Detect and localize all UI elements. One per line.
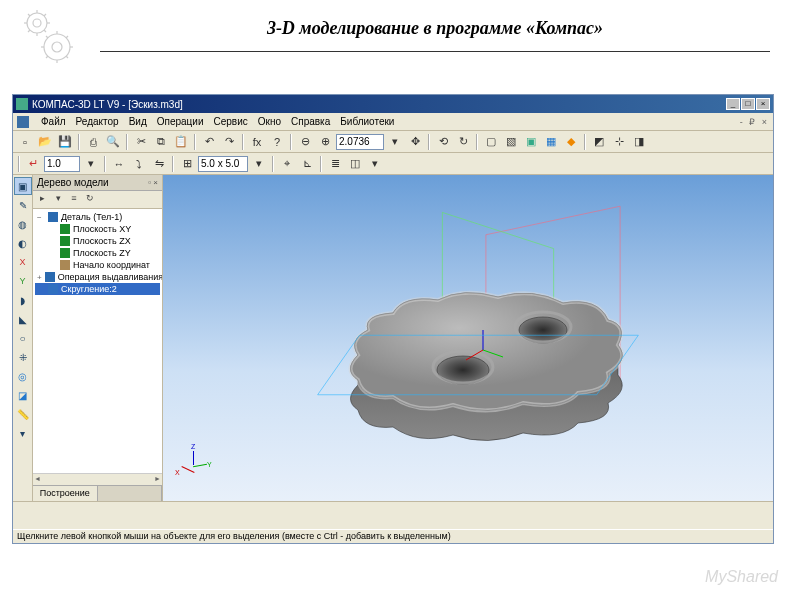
tree-item[interactable]: Скругление:2 [35, 283, 160, 295]
grid-icon[interactable]: ⊞ [178, 155, 196, 173]
axis-triad: Z X Y [181, 451, 213, 483]
section-icon[interactable]: ◩ [590, 133, 608, 151]
tree-item[interactable]: Плоскость ZX [35, 235, 160, 247]
tree-refresh-icon[interactable]: ↻ [83, 193, 97, 207]
render-icon[interactable]: ◆ [562, 133, 580, 151]
tool-shell-icon[interactable]: ◎ [14, 367, 32, 385]
menu-help[interactable]: Справка [291, 116, 330, 127]
tree-body[interactable]: −Деталь (Тел-1)Плоскость XYПлоскость ZXП… [33, 209, 162, 473]
window-title: КОМПАС-3D LT V9 - [Эскиз.m3d] [32, 99, 183, 110]
grid-input[interactable] [198, 156, 248, 172]
tree-item[interactable]: Начало координат [35, 259, 160, 271]
shaded-icon[interactable]: ▣ [522, 133, 540, 151]
open-icon[interactable]: 📂 [36, 133, 54, 151]
mirror-icon[interactable]: ⇋ [150, 155, 168, 173]
print-icon[interactable]: ⎙ [84, 133, 102, 151]
subwindow-controls[interactable]: - ₽ × [740, 117, 769, 127]
window-controls: _ □ × [726, 98, 770, 110]
wireframe-icon[interactable]: ▢ [482, 133, 500, 151]
tree-item[interactable]: −Деталь (Тел-1) [35, 211, 160, 223]
app-window: КОМПАС-3D LT V9 - [Эскиз.m3d] _ □ × Файл… [12, 94, 774, 544]
zoom-in-icon[interactable]: ⊕ [316, 133, 334, 151]
tree-footer: Построение [33, 485, 162, 501]
menu-operations[interactable]: Операции [157, 116, 204, 127]
pan-icon[interactable]: ✥ [406, 133, 424, 151]
cut-icon[interactable]: ✂ [132, 133, 150, 151]
snap-icon[interactable]: ⌖ [278, 155, 296, 173]
help-icon[interactable]: ? [268, 133, 286, 151]
statusbar: Щелкните левой кнопкой мыши на объекте д… [13, 529, 773, 543]
tree-item[interactable]: +Операция выдавливания:1 [35, 271, 160, 283]
move-icon[interactable]: ↔ [110, 155, 128, 173]
tree-expand-icon[interactable]: ▸ [35, 193, 49, 207]
undo-icon[interactable]: ↶ [200, 133, 218, 151]
left-toolbar: ▣ ✎ ◍ ◐ X Y ◗ ◣ ○ ⁜ ◎ ◪ 📏 ▾ [13, 175, 33, 501]
tool-cut-icon[interactable]: ◐ [14, 234, 32, 252]
zoom-dropdown-icon[interactable]: ▾ [386, 133, 404, 151]
tree-collapse-icon[interactable]: ▾ [51, 193, 65, 207]
tool-axis-y-icon[interactable]: Y [14, 272, 32, 290]
maximize-button[interactable]: □ [741, 98, 755, 110]
grid-dropdown-icon[interactable]: ▾ [250, 155, 268, 173]
props-icon[interactable]: ◫ [346, 155, 364, 173]
zoom-input[interactable] [336, 134, 384, 150]
bottom-panel [13, 501, 773, 529]
more-icon[interactable]: ▾ [366, 155, 384, 173]
config-icon[interactable]: ◨ [630, 133, 648, 151]
tree-item[interactable]: Плоскость ZY [35, 247, 160, 259]
tree-filter-icon[interactable]: ≡ [67, 193, 81, 207]
refresh-icon[interactable]: ↻ [454, 133, 472, 151]
menu-file[interactable]: Файл [41, 116, 66, 127]
tree-hscroll[interactable] [33, 473, 162, 485]
tree-item[interactable]: Плоскость XY [35, 223, 160, 235]
svg-line-18 [46, 56, 48, 58]
tool-more-icon[interactable]: ▾ [14, 424, 32, 442]
doc-icon [17, 116, 29, 128]
rotate2-icon[interactable]: ⤵ [130, 155, 148, 173]
redo-icon[interactable]: ↷ [220, 133, 238, 151]
hidden-icon[interactable]: ▧ [502, 133, 520, 151]
svg-line-17 [66, 56, 68, 58]
scale-input[interactable] [44, 156, 80, 172]
minimize-button[interactable]: _ [726, 98, 740, 110]
tool-sketch-icon[interactable]: ✎ [14, 196, 32, 214]
axis-icon[interactable]: ⊹ [610, 133, 628, 151]
tree-panel-buttons[interactable]: ▫ × [148, 178, 158, 187]
tool-measure-icon[interactable]: 📏 [14, 405, 32, 423]
menu-service[interactable]: Сервис [214, 116, 248, 127]
tool-axis-x-icon[interactable]: X [14, 253, 32, 271]
watermark: MyShared [705, 568, 778, 586]
tool-pattern-icon[interactable]: ⁜ [14, 348, 32, 366]
close-button[interactable]: × [756, 98, 770, 110]
menu-window[interactable]: Окно [258, 116, 281, 127]
tree-title: Дерево модели ▫ × [33, 175, 162, 191]
paste-icon[interactable]: 📋 [172, 133, 190, 151]
tree-tab-other[interactable] [98, 486, 163, 501]
titlebar: КОМПАС-3D LT V9 - [Эскиз.m3d] _ □ × [13, 95, 773, 113]
scale-dropdown-icon[interactable]: ▾ [82, 155, 100, 173]
layer-icon[interactable]: ≣ [326, 155, 344, 173]
plane-xy [317, 335, 639, 395]
menu-edit[interactable]: Редактор [76, 116, 119, 127]
tool-chamfer-icon[interactable]: ◣ [14, 310, 32, 328]
ortho-icon[interactable]: ⊾ [298, 155, 316, 173]
rotate-icon[interactable]: ⟲ [434, 133, 452, 151]
zoom-out-icon[interactable]: ⊖ [296, 133, 314, 151]
svg-line-9 [44, 14, 46, 16]
menu-view[interactable]: Вид [129, 116, 147, 127]
preview-icon[interactable]: 🔍 [104, 133, 122, 151]
stop-icon[interactable]: ↵ [24, 155, 42, 173]
shaded-edges-icon[interactable]: ▦ [542, 133, 560, 151]
tree-tab-build[interactable]: Построение [33, 486, 98, 501]
viewport-3d[interactable]: Z X Y [163, 175, 773, 501]
tool-select-icon[interactable]: ▣ [14, 177, 32, 195]
menu-libraries[interactable]: Библиотеки [340, 116, 394, 127]
tool-fillet-icon[interactable]: ◗ [14, 291, 32, 309]
new-icon[interactable]: ▫ [16, 133, 34, 151]
tool-rib-icon[interactable]: ◪ [14, 386, 32, 404]
copy-icon[interactable]: ⧉ [152, 133, 170, 151]
save-icon[interactable]: 💾 [56, 133, 74, 151]
tool-extrude-icon[interactable]: ◍ [14, 215, 32, 233]
fx-icon[interactable]: fx [248, 133, 266, 151]
tool-hole-icon[interactable]: ○ [14, 329, 32, 347]
